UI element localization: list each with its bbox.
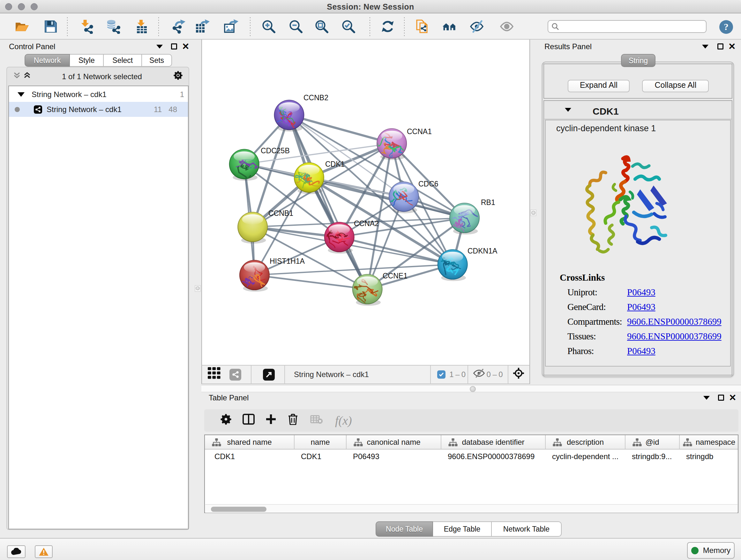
toolbar-separator	[250, 17, 251, 37]
table-row[interactable]: CDK1CDK1P064939606.ENSP00000378699cyclin…	[205, 449, 738, 463]
memory-button[interactable]: Memory	[687, 542, 735, 559]
expand-all-button[interactable]: Expand All	[568, 80, 630, 92]
table-settings-gear-icon[interactable]	[220, 414, 232, 428]
right-splitter-grip[interactable]	[530, 209, 536, 216]
network-node-CDC25B[interactable]	[229, 149, 259, 181]
show-selected-icon[interactable]	[499, 19, 514, 34]
control-tab-sets[interactable]: Sets	[142, 54, 172, 67]
table-panel-float-icon[interactable]	[718, 395, 724, 401]
crosslink-link[interactable]: 9606.ENSP00000378699	[627, 331, 722, 341]
column-header-namespace[interactable]: namespace	[680, 435, 738, 449]
delete-column-icon[interactable]	[288, 414, 298, 428]
network-collection-row[interactable]: String Network – cdk1 1	[9, 87, 188, 102]
show-all-networks-icon[interactable]	[442, 19, 457, 34]
open-file-icon[interactable]	[15, 19, 29, 34]
crosslink-link[interactable]: P06493	[627, 302, 656, 312]
crosslink-link[interactable]: P06493	[627, 346, 656, 356]
warning-button[interactable]	[35, 545, 53, 558]
node-table: shared namenamecanonical namedatabase id…	[204, 435, 738, 513]
network-view-canvas[interactable]: CCNB2CCNA1CDC25BCDK1CDC6RB1CCNB1CCNA2CDK…	[201, 40, 530, 365]
add-column-icon[interactable]	[266, 414, 276, 427]
control-panel-menu-icon[interactable]	[156, 45, 163, 49]
node-label-CDKN1A: CDKN1A	[468, 247, 497, 255]
results-tab-string[interactable]: String	[621, 54, 656, 67]
node-label-CDK1: CDK1	[325, 160, 345, 168]
open-in-window-icon[interactable]	[263, 369, 275, 381]
control-panel-close-icon[interactable]: ✕	[182, 44, 189, 50]
table-tab-node-table[interactable]: Node Table	[376, 521, 433, 537]
table-horizontal-scrollbar[interactable]	[205, 504, 738, 513]
network-node-CCNB1[interactable]	[238, 212, 268, 244]
statusbar-separator	[251, 365, 252, 384]
horizontal-splitter-grip[interactable]	[470, 386, 476, 392]
table-panel-close-icon[interactable]: ✕	[729, 395, 736, 401]
delete-table-icon[interactable]	[310, 415, 323, 427]
toolbar-separator	[158, 17, 159, 37]
zoom-selected-icon[interactable]	[341, 19, 356, 34]
network-node-RB1[interactable]	[449, 203, 480, 235]
crosslink-link[interactable]: 9606.ENSP00000378699	[627, 316, 722, 327]
zoom-in-icon[interactable]	[261, 19, 276, 34]
export-table-icon[interactable]	[195, 19, 210, 34]
network-node-HIST1H1A[interactable]	[239, 260, 270, 292]
network-edge[interactable]	[254, 275, 367, 289]
control-tab-style[interactable]: Style	[70, 54, 104, 67]
scrollbar-thumb[interactable]	[211, 507, 266, 512]
table-cell: stringdb:9...	[625, 449, 680, 463]
network-view-statusbar: String Network – cdk1 1 – 0 0 – 0	[201, 365, 530, 384]
left-splitter-grip[interactable]	[195, 285, 201, 292]
tree-expand-icon[interactable]	[17, 92, 24, 97]
export-network-icon[interactable]	[172, 19, 186, 34]
cloud-button[interactable]	[7, 545, 25, 558]
import-network-database-icon[interactable]	[106, 19, 120, 34]
window-title: Session: New Session	[0, 2, 741, 11]
zoom-fit-icon[interactable]	[314, 19, 329, 34]
save-session-icon[interactable]	[44, 19, 58, 34]
network-node-CCNA2[interactable]	[324, 222, 354, 254]
table-tab-network-table[interactable]: Network Table	[492, 521, 562, 537]
control-panel-pane: 1 of 1 Network selected String Network –…	[6, 67, 189, 530]
crosslink-link[interactable]: P06493	[627, 287, 656, 298]
import-network-file-icon[interactable]	[80, 19, 94, 34]
apply-layout-icon[interactable]	[381, 19, 395, 34]
network-row-selected[interactable]: String Network – cdk1 11 48	[9, 102, 188, 117]
network-node-CCNA1[interactable]	[377, 128, 411, 160]
network-node-CCNE1[interactable]	[352, 274, 383, 306]
table-panel-menu-icon[interactable]	[703, 396, 710, 400]
results-section-content: cyclin-dependent kinase 1	[545, 120, 731, 367]
search-input[interactable]	[559, 21, 706, 32]
column-header-description[interactable]: description	[546, 435, 625, 449]
column-header-canonical-name[interactable]: canonical name	[347, 435, 441, 449]
clone-network-icon[interactable]	[415, 19, 429, 34]
crosslink-label: Compartments:	[567, 316, 627, 327]
network-options-gear-icon[interactable]	[173, 71, 183, 83]
import-table-file-icon[interactable]	[134, 19, 148, 34]
results-panel-menu-icon[interactable]	[702, 45, 709, 49]
column-header-name[interactable]: name	[294, 435, 347, 449]
string-share-icon[interactable]	[229, 369, 241, 381]
table-tab-edge-table[interactable]: Edge Table	[433, 521, 492, 537]
column-header--id[interactable]: @id	[625, 435, 680, 449]
function-builder-icon[interactable]: f(x)	[335, 414, 352, 428]
help-button[interactable]: ?	[719, 20, 733, 34]
birdseye-view-icon[interactable]	[208, 367, 222, 382]
results-panel-float-icon[interactable]	[718, 44, 724, 50]
hide-selected-icon[interactable]	[469, 19, 484, 34]
section-collapse-icon[interactable]	[565, 108, 571, 112]
crosslink-label: Pharos:	[567, 346, 627, 356]
control-tab-select[interactable]: Select	[104, 54, 142, 67]
crosshair-icon[interactable]	[513, 368, 524, 381]
select-columns-icon[interactable]	[243, 414, 255, 427]
control-tab-network[interactable]: Network	[24, 54, 70, 67]
column-header-database-identifier[interactable]: database identifier	[441, 435, 546, 449]
node-count: 11	[154, 105, 162, 114]
toolbar-separator	[404, 17, 405, 37]
control-panel-float-icon[interactable]	[171, 44, 177, 50]
network-node-CDKN1A[interactable]	[437, 249, 468, 281]
column-header-shared-name[interactable]: shared name	[205, 435, 294, 449]
zoom-out-icon[interactable]	[288, 19, 303, 34]
collapse-all-button[interactable]: Collapse All	[642, 80, 709, 92]
export-image-icon[interactable]	[224, 19, 239, 34]
results-panel-close-icon[interactable]: ✕	[728, 44, 736, 50]
selected-checkbox-icon[interactable]	[437, 370, 446, 379]
